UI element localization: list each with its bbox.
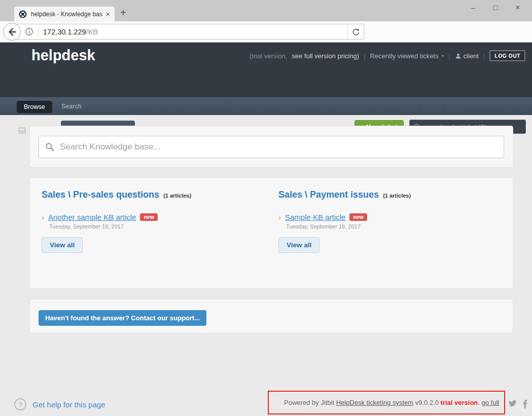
info-icon[interactable] <box>25 27 33 36</box>
account-row: (trial version, see full version pricing… <box>250 50 525 61</box>
question-circle-icon: ? <box>14 398 26 410</box>
tab-title: helpdesk - Knowledge base <box>31 11 102 18</box>
get-help-link[interactable]: Get help for this page <box>32 400 105 409</box>
minimize-button[interactable]: – <box>462 1 484 14</box>
separator: | <box>483 52 485 60</box>
titlebar: helpdesk - Knowledge base × + – □ × <box>0 0 532 21</box>
browser-tab[interactable]: helpdesk - Knowledge base × <box>14 7 115 21</box>
powered-prefix: Powered by Jitbit <box>284 399 334 406</box>
facebook-icon[interactable] <box>522 400 527 408</box>
product-link[interactable]: HelpDesk ticketing system <box>336 399 413 406</box>
close-window-button[interactable]: × <box>507 1 529 14</box>
inbox-icon <box>18 127 26 134</box>
subnav-search[interactable]: Search <box>61 103 82 110</box>
recently-viewed-label: Recently viewed tickets <box>370 52 439 60</box>
user-menu[interactable]: client <box>455 52 479 60</box>
article-date: Tuesday, September 19, 2017 <box>286 223 501 230</box>
powered-by-text: Powered by Jitbit HelpDesk ticketing sys… <box>284 399 499 406</box>
category-count: (1 articles) <box>163 193 191 199</box>
navigation-toolbar: 172.30.1.229/KB Search <box>0 21 532 43</box>
trial-version-label: trial version <box>441 399 478 406</box>
tab-close-icon[interactable]: × <box>105 10 110 18</box>
separator: | <box>364 52 365 60</box>
kb-categories-panel: Sales \ Pre-sales questions (1 articles)… <box>29 177 513 289</box>
new-tab-button[interactable]: + <box>120 8 126 18</box>
reload-button[interactable] <box>347 24 364 39</box>
chevron-right-icon: › <box>42 213 44 221</box>
category-title[interactable]: Sales \ Pre-sales questions <box>42 190 159 200</box>
app-header: helpdesk (trial version, see full versio… <box>0 43 532 97</box>
page-help: ? Get help for this page <box>14 398 105 410</box>
category-title[interactable]: Sales \ Payment issues <box>278 190 379 200</box>
kb-article-link[interactable]: Another sample KB article <box>48 213 136 221</box>
version-text: v9.0.2.0 <box>415 399 439 406</box>
view-all-button[interactable]: View all <box>278 237 320 253</box>
browser-window: helpdesk - Knowledge base × + – □ × <box>0 0 532 416</box>
logout-button[interactable]: LOG OUT <box>489 50 525 61</box>
maximize-button[interactable]: □ <box>484 1 507 14</box>
kb-article-link[interactable]: Sample KB article <box>285 213 345 221</box>
chevron-down-icon: ▾ <box>442 53 444 58</box>
trial-version-text: (trial version, <box>250 52 287 60</box>
recently-viewed-dropdown[interactable]: Recently viewed tickets ▾ <box>370 52 444 60</box>
contact-support-panel: Haven't found the answer? Contact our su… <box>29 299 513 333</box>
kb-article-row: › Another sample KB article new <box>42 213 264 221</box>
dot: . <box>478 399 480 406</box>
contact-support-button[interactable]: Haven't found the answer? Contact our su… <box>39 310 206 326</box>
powered-by-box: Powered by Jitbit HelpDesk ticketing sys… <box>268 391 505 414</box>
back-button[interactable] <box>3 23 21 41</box>
new-badge: new <box>349 213 367 221</box>
search-icon <box>45 142 54 152</box>
article-date: Tuesday, September 19, 2017 <box>49 223 264 230</box>
pricing-link[interactable]: see full version pricing) <box>292 52 359 60</box>
back-arrow-icon <box>8 27 17 36</box>
person-icon <box>455 53 462 59</box>
category-count: (1 articles) <box>383 193 411 199</box>
social-links <box>508 400 527 408</box>
url-bar[interactable]: 172.30.1.229/KB <box>10 24 364 40</box>
kb-subnav: Browse Search <box>0 97 532 115</box>
url-separator <box>38 27 39 36</box>
window-controls: – □ × <box>462 1 529 14</box>
url-host: 172.30.1.229 <box>43 28 86 36</box>
view-all-button[interactable]: View all <box>42 237 83 253</box>
category-presales: Sales \ Pre-sales questions (1 articles)… <box>42 190 264 253</box>
jitbit-favicon-icon <box>19 10 27 18</box>
new-badge: new <box>140 213 157 221</box>
twitter-icon[interactable] <box>508 400 517 407</box>
kb-article-row: › Sample KB article new <box>278 213 501 221</box>
url-path: /KB <box>86 28 98 36</box>
kb-search-input[interactable] <box>39 136 504 158</box>
go-full-link[interactable]: go full <box>482 399 500 406</box>
kb-search-panel <box>29 126 513 168</box>
subnav-browse[interactable]: Browse <box>17 101 52 113</box>
app-title: helpdesk <box>31 47 95 64</box>
separator: | <box>448 52 450 60</box>
user-name: client <box>464 52 479 60</box>
category-payment: Sales \ Payment issues (1 articles) › Sa… <box>278 190 501 253</box>
chevron-right-icon: › <box>278 213 281 221</box>
